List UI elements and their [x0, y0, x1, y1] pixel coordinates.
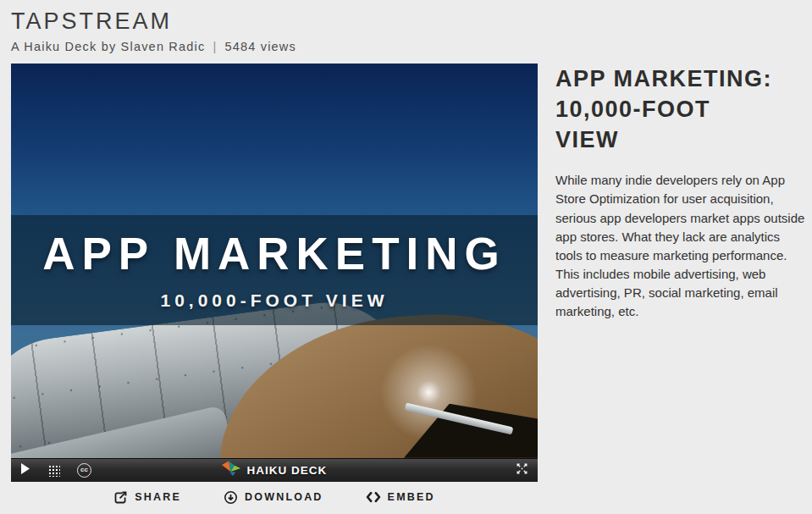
slide-subtitle: 10,000-FOOT VIEW	[160, 290, 388, 311]
embed-button[interactable]: EMBED	[366, 489, 435, 506]
fullscreen-button[interactable]	[516, 462, 528, 478]
deck-heading-line: APP MARKETING:	[555, 64, 809, 95]
slide-title: APP MARKETING	[42, 231, 506, 276]
play-button[interactable]	[20, 462, 30, 478]
toolbar-right-group	[516, 462, 528, 478]
embed-icon	[366, 491, 381, 503]
slide-title-band: APP MARKETING 10,000-FOOT VIEW	[11, 215, 538, 325]
deck-description: While many indie developers rely on App …	[555, 171, 809, 320]
play-icon	[20, 462, 30, 478]
header: TAPSTREAM A Haiku Deck by Slaven Radic|5…	[0, 0, 812, 53]
download-label: DOWNLOAD	[245, 491, 323, 503]
creative-commons-button[interactable]: cc	[77, 463, 91, 478]
share-icon	[113, 490, 128, 505]
creative-commons-icon: cc	[77, 463, 91, 478]
byline-separator: |	[213, 40, 217, 53]
byline: A Haiku Deck by Slaven Radic|5484 views	[11, 40, 812, 53]
slide-canvas[interactable]: APP MARKETING 10,000-FOOT VIEW	[11, 64, 538, 458]
share-button[interactable]: SHARE	[113, 489, 181, 506]
views-count: 5484 views	[224, 40, 296, 53]
download-icon	[224, 490, 238, 505]
deck-info-panel: APP MARKETING: 10,000-FOOT VIEW While ma…	[555, 64, 809, 321]
embed-label: EMBED	[388, 491, 435, 503]
deck-player[interactable]: APP MARKETING 10,000-FOOT VIEW cc	[11, 64, 538, 482]
deck-heading: APP MARKETING: 10,000-FOOT VIEW	[555, 64, 809, 156]
byline-text: A Haiku Deck by Slaven Radic	[11, 40, 205, 53]
content: APP MARKETING 10,000-FOOT VIEW cc	[11, 64, 812, 506]
share-label: SHARE	[135, 491, 181, 503]
toolbar-left-group: cc	[20, 462, 91, 478]
grid-icon	[47, 464, 60, 477]
player-toolbar: cc HAIKU DECK	[11, 458, 538, 482]
haiku-deck-crane-icon	[222, 461, 241, 480]
actions-row: SHARE DOWNLOAD	[11, 489, 538, 506]
deck-heading-line: VIEW	[555, 125, 809, 156]
download-button[interactable]: DOWNLOAD	[224, 489, 323, 506]
haiku-deck-logo-text: HAIKU DECK	[247, 464, 328, 477]
deck-heading-line: 10,000-FOOT	[555, 95, 809, 125]
page-title: TAPSTREAM	[11, 9, 812, 35]
fullscreen-icon	[516, 462, 528, 478]
player-column: APP MARKETING 10,000-FOOT VIEW cc	[11, 64, 538, 506]
slide-grid-button[interactable]	[47, 464, 60, 477]
haiku-deck-logo[interactable]: HAIKU DECK	[222, 459, 328, 482]
